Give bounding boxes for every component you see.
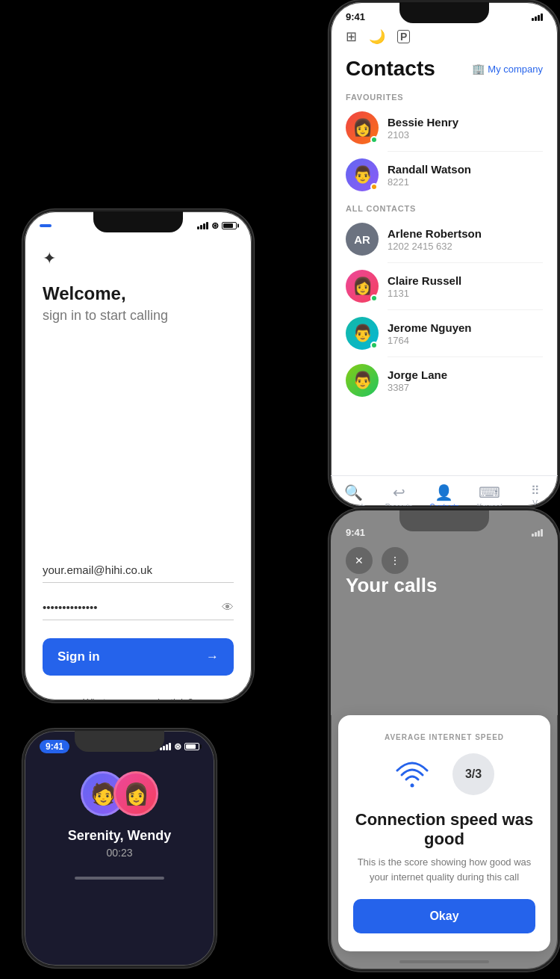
wifi-large-icon [394, 759, 430, 789]
nav-search-label: Search [342, 503, 366, 508]
quality-result-title: Connection speed was good [353, 810, 535, 849]
call-avatar-2: 👩 [113, 771, 158, 816]
contact-info-claire: Claire Russell 1131 [388, 274, 543, 299]
sign-in-button[interactable]: Sign in → [43, 638, 234, 676]
voicemail-nav-icon: ⠿ [531, 484, 540, 498]
nav-recents[interactable]: ↩ Recents [376, 481, 422, 508]
avatar-jerome-wrap: 👨 [346, 317, 379, 350]
nav-keypad[interactable]: ⌨ Keypad [467, 481, 512, 508]
nav-keypad-label: Keypad [477, 503, 503, 508]
phone-notch-call [75, 731, 164, 752]
contacts-header: Contacts 🏢 My company [331, 48, 558, 87]
credentials-link[interactable]: What are my credentials? [43, 697, 234, 702]
contact-claire[interactable]: 👩 Claire Russell 1131 [331, 263, 558, 309]
quality-card: Average Internet Speed 3/3 Connection sp… [338, 715, 550, 951]
call-content: 🧑 👩 Serenity, Wendy 00:23 [25, 756, 214, 874]
nav-contacts[interactable]: 👤 Contacts [422, 481, 467, 508]
okay-button[interactable]: Okay [353, 899, 535, 933]
quality-top-icons: ✕ ⋮ [346, 547, 543, 574]
contact-ext-randall: 8221 [388, 176, 543, 188]
favourites-section-label: Favourites [331, 87, 558, 105]
contact-name-arlene: Arlene Robertson [388, 227, 543, 240]
satellite-icon: ⊞ [346, 28, 357, 45]
status-time-quality: 9:41 [346, 527, 365, 538]
call-name: Serenity, Wendy [68, 828, 171, 844]
home-indicator-call [75, 877, 164, 880]
contact-bessie[interactable]: 👩 Bessie Henry 2103 [331, 105, 558, 151]
password-field[interactable] [43, 595, 234, 620]
avatar-randall-wrap: 👨 [346, 158, 379, 191]
phone-notch-contacts [399, 2, 489, 23]
recents-nav-icon: ↩ [393, 484, 405, 501]
battery-icon-login [222, 222, 237, 229]
contact-jorge[interactable]: 👨 Jorge Lane 3387 [331, 357, 558, 404]
welcome-title: Welcome, [43, 283, 234, 305]
status-dot-bessie [370, 136, 378, 143]
email-field[interactable] [43, 558, 234, 583]
phone-contacts: 9:41 ⊞ 🌙 P Contacts 🏢 My company Favouri… [329, 0, 560, 508]
contact-name-bessie: Bessie Henry [388, 116, 543, 129]
score-badge: 3/3 [452, 753, 494, 795]
status-icons-call: ⊛ [160, 741, 199, 752]
app-logo: ✦ [43, 249, 234, 268]
wifi-icon-login: ⊛ [211, 220, 219, 231]
my-company-label: My company [488, 64, 543, 75]
contact-name-jorge: Jorge Lane [388, 368, 543, 381]
phone-login: ⊛ ✦ Welcome, sign in to start calling 👁 … [22, 209, 254, 702]
welcome-subtitle: sign in to start calling [43, 308, 234, 324]
call-avatars: 🧑 👩 [81, 771, 158, 816]
contact-arlene[interactable]: AR Arlene Robertson 1202 2415 632 [331, 216, 558, 262]
search-nav-icon: 🔍 [344, 484, 363, 501]
bottom-nav-contacts: 🔍 Search ↩ Recents 👤 Contacts ⌨ Keypad ⠿… [331, 475, 558, 508]
contact-ext-jorge: 3387 [388, 382, 543, 393]
password-wrapper: 👁 [43, 595, 234, 620]
contact-ext-jerome: 1764 [388, 335, 543, 346]
contacts-top-icons: ⊞ 🌙 P [331, 25, 558, 48]
contact-randall[interactable]: 👨 Randall Watson 8221 [331, 152, 558, 198]
contact-info-jerome: Jerome Nguyen 1764 [388, 321, 543, 346]
contact-ext-bessie: 2103 [388, 129, 543, 140]
quality-icon-dots[interactable]: ⋮ [382, 547, 408, 574]
status-time-call: 9:41 [40, 740, 69, 753]
call-duration: 00:23 [106, 847, 132, 859]
status-icons-quality [532, 529, 543, 537]
quality-icon-x[interactable]: ✕ [346, 547, 373, 574]
all-contacts-section-label: All Contacts [331, 198, 558, 216]
parking-icon: P [397, 30, 410, 43]
quality-screen-title: Your calls [346, 574, 543, 597]
battery-fill-login [223, 223, 233, 228]
status-dot-jerome [370, 342, 378, 349]
contact-info-randall: Randall Watson 8221 [388, 163, 543, 188]
status-icons-contacts [532, 13, 543, 21]
contact-ext-claire: 1131 [388, 288, 543, 299]
contacts-nav-icon: 👤 [435, 484, 453, 501]
contact-jerome[interactable]: 👨 Jerome Nguyen 1764 [331, 310, 558, 356]
nav-voicemail[interactable]: ⠿ V [512, 481, 558, 508]
quality-bg-top: 9:41 ✕ ⋮ Your calls [331, 510, 558, 715]
okay-label: Okay [429, 909, 458, 922]
moon-icon: 🌙 [369, 28, 385, 45]
eye-icon[interactable]: 👁 [222, 601, 234, 614]
contact-ext-arlene: 1202 2415 632 [388, 241, 543, 252]
status-time-contacts: 9:41 [346, 11, 365, 22]
nav-search[interactable]: 🔍 Search [331, 481, 376, 508]
signal-bars-quality [532, 529, 543, 537]
contact-info-arlene: Arlene Robertson 1202 2415 632 [388, 227, 543, 252]
phone-call: 9:41 ⊛ 🧑 👩 Serenity, Wendy 00:23 [22, 729, 217, 968]
home-indicator-quality [399, 960, 489, 963]
signal-bars-contacts [532, 13, 543, 21]
avatar-jorge-wrap: 👨 [346, 364, 379, 397]
contact-name-randall: Randall Watson [388, 163, 543, 176]
quality-content: 9:41 ✕ ⋮ Your calls Average Internet Spe… [331, 510, 558, 969]
avatar-bessie-wrap: 👩 [346, 111, 379, 144]
contact-name-jerome: Jerome Nguyen [388, 321, 543, 334]
battery-fill-call [186, 744, 196, 749]
status-dot-randall [370, 183, 378, 191]
building-icon: 🏢 [472, 63, 485, 75]
login-content: ✦ Welcome, sign in to start calling 👁 Si… [25, 234, 252, 702]
my-company-button[interactable]: 🏢 My company [472, 63, 543, 75]
quality-result-desc: This is the score showing how good was y… [353, 855, 535, 884]
sign-in-label: Sign in [57, 649, 100, 664]
avatar-claire-wrap: 👩 [346, 270, 379, 303]
nav-voicemail-label: V [532, 499, 538, 507]
